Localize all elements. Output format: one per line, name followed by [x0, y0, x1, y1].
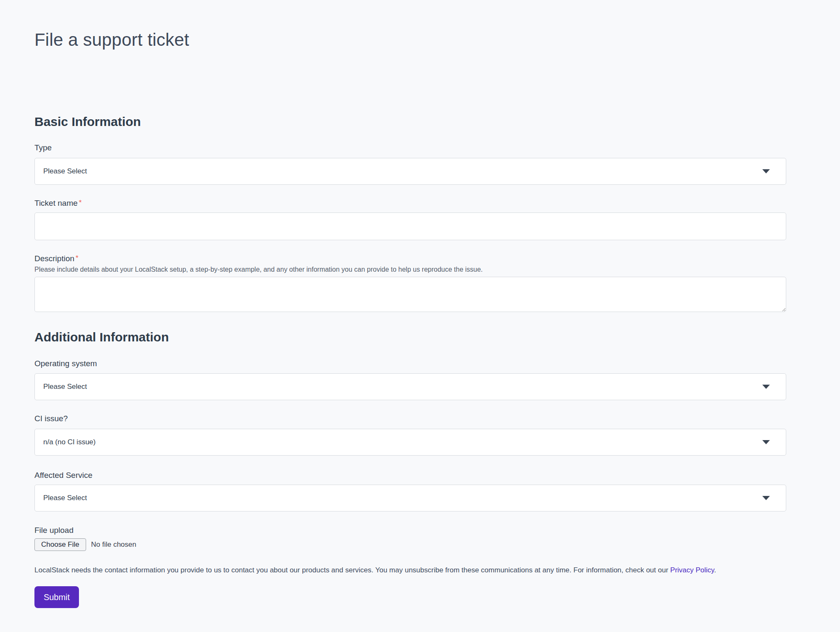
- chevron-down-icon: [762, 496, 770, 500]
- submit-button[interactable]: Submit: [34, 586, 79, 608]
- ticket-name-input[interactable]: [34, 212, 786, 240]
- file-upload-control: Choose File No file chosen: [34, 538, 786, 551]
- operating-system-select-value: Please Select: [43, 383, 87, 391]
- type-label: Type: [34, 143, 786, 153]
- type-select-value: Please Select: [43, 167, 87, 176]
- ticket-name-label: Ticket name*: [34, 198, 786, 208]
- chevron-down-icon: [762, 440, 770, 444]
- description-helper-text: Please include details about your LocalS…: [34, 265, 786, 274]
- ci-issue-label: CI issue?: [34, 414, 786, 424]
- affected-service-select-value: Please Select: [43, 494, 87, 502]
- required-asterisk: *: [79, 199, 82, 207]
- privacy-text-before: LocalStack needs the contact information…: [34, 566, 670, 574]
- description-textarea[interactable]: [34, 277, 786, 312]
- choose-file-button[interactable]: Choose File: [34, 538, 86, 551]
- required-asterisk: *: [76, 254, 79, 262]
- ci-issue-select[interactable]: n/a (no CI issue): [34, 429, 786, 456]
- operating-system-label: Operating system: [34, 359, 786, 369]
- description-label-text: Description: [34, 254, 74, 263]
- file-status-text: No file chosen: [91, 540, 136, 549]
- privacy-text-after: .: [714, 566, 716, 574]
- privacy-policy-link[interactable]: Privacy Policy: [670, 566, 714, 574]
- operating-system-select[interactable]: Please Select: [34, 373, 786, 400]
- chevron-down-icon: [762, 385, 770, 389]
- ci-issue-select-value: n/a (no CI issue): [43, 438, 96, 446]
- type-select[interactable]: Please Select: [34, 158, 786, 185]
- section-heading-basic: Basic Information: [34, 114, 786, 129]
- support-ticket-page: File a support ticket Basic Information …: [0, 0, 840, 632]
- section-heading-additional: Additional Information: [34, 330, 786, 345]
- affected-service-select[interactable]: Please Select: [34, 485, 786, 511]
- ticket-name-label-text: Ticket name: [34, 199, 78, 207]
- privacy-notice: LocalStack needs the contact information…: [34, 565, 786, 575]
- chevron-down-icon: [762, 169, 770, 173]
- description-label: Description*: [34, 253, 786, 264]
- file-upload-label: File upload: [34, 525, 786, 535]
- page-title: File a support ticket: [34, 29, 786, 50]
- affected-service-label: Affected Service: [34, 470, 786, 480]
